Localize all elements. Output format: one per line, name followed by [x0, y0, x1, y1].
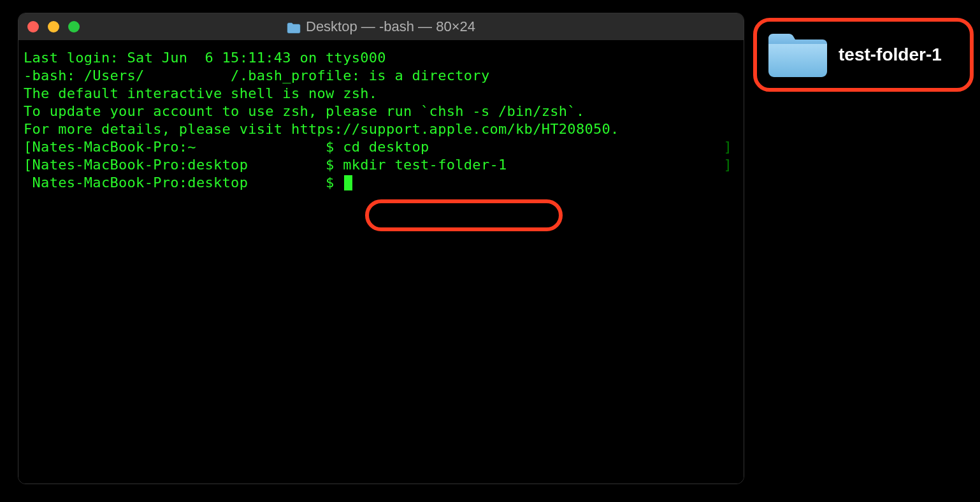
terminal-line: The default interactive shell is now zsh…: [24, 85, 739, 103]
terminal-window[interactable]: Desktop — -bash — 80×24 Last login: Sat …: [18, 13, 744, 484]
terminal-prompt-line: [Nates-MacBook-Pro:desktop $ mkdir test-…: [24, 156, 739, 174]
terminal-prompt-line: Nates-MacBook-Pro:desktop $: [24, 174, 739, 192]
desktop-folder-callout: test-folder-1: [753, 18, 974, 92]
maximize-button[interactable]: [68, 21, 80, 32]
prompt-prefix: [Nates-MacBook-Pro:~ $: [24, 139, 343, 155]
folder-label: test-folder-1: [839, 45, 942, 65]
window-title: Desktop — -bash — 80×24: [18, 18, 744, 35]
bracket-right: ]: [723, 138, 732, 156]
titlebar[interactable]: Desktop — -bash — 80×24: [18, 13, 744, 40]
cursor: [344, 175, 352, 190]
folder-icon[interactable]: [766, 29, 830, 80]
window-title-text: Desktop — -bash — 80×24: [306, 18, 475, 35]
prompt-command: cd desktop: [343, 139, 429, 155]
terminal-line: Last login: Sat Jun 6 15:11:43 on ttys00…: [24, 49, 739, 67]
terminal-line: -bash: /Users/ /.bash_profile: is a dire…: [24, 67, 739, 85]
prompt-command: mkdir test-folder-1: [343, 157, 507, 173]
traffic-lights: [27, 21, 80, 32]
prompt-prefix: Nates-MacBook-Pro:desktop $: [24, 175, 343, 190]
bracket-right: ]: [723, 156, 732, 174]
prompt-prefix: [Nates-MacBook-Pro:desktop $: [24, 157, 343, 173]
folder-title-icon: [287, 21, 301, 32]
minimize-button[interactable]: [48, 21, 59, 32]
terminal-line: To update your account to use zsh, pleas…: [24, 103, 739, 120]
highlight-annotation: [365, 199, 563, 231]
terminal-body[interactable]: Last login: Sat Jun 6 15:11:43 on ttys00…: [18, 40, 744, 484]
terminal-line: For more details, please visit https://s…: [24, 120, 739, 138]
terminal-prompt-line: [Nates-MacBook-Pro:~ $ cd desktop]: [24, 138, 739, 156]
close-button[interactable]: [27, 21, 39, 32]
